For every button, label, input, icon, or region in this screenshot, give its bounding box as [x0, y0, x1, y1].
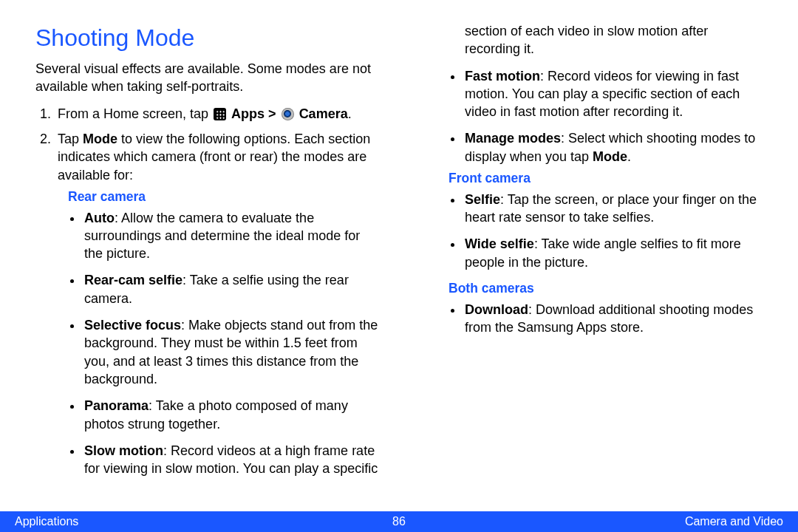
list-item: Selective focus: Make objects stand out …: [83, 316, 382, 388]
both-cameras-heading: Both cameras: [449, 280, 763, 298]
list-item: Download: Download additional shooting m…: [463, 301, 763, 337]
list-item: Wide selfie: Take wide angle selfies to …: [463, 235, 763, 271]
mode-name: Selfie: [465, 192, 500, 207]
list-item: Panorama: Take a photo composed of many …: [83, 397, 382, 433]
list-item: Rear-cam selfie: Take a selfie using the…: [83, 271, 382, 307]
list-item: Auto: Allow the camera to evaluate the s…: [83, 209, 382, 263]
footer-page-number: 86: [0, 514, 798, 530]
list-item: Fast motion: Record videos for viewing i…: [463, 67, 763, 121]
camera-label: Camera: [299, 106, 348, 121]
camera-lens-icon: [282, 108, 294, 120]
intro-paragraph: Several visual effects are available. So…: [35, 60, 382, 96]
step2-prefix: Tap: [58, 132, 83, 146]
front-camera-heading: Front camera: [449, 170, 763, 188]
list-item: Manage modes: Select which shooting mode…: [463, 129, 763, 166]
mode-name: Manage modes: [465, 131, 561, 146]
rear-camera-heading: Rear camera: [68, 188, 382, 206]
list-item: Selfie: Tap the screen, or place your fi…: [463, 191, 763, 227]
front-camera-list: Selfie: Tap the screen, or place your fi…: [438, 191, 763, 271]
mode-name: Fast motion: [465, 69, 540, 83]
page: Shooting Mode Several visual effects are…: [0, 0, 798, 532]
mode-name: Auto: [84, 211, 115, 225]
mode-desc-post: .: [627, 149, 631, 164]
mode-label: Mode: [83, 132, 117, 146]
step1-suffix: .: [348, 106, 352, 121]
step-1: From a Home screen, tap Apps > Camera.: [55, 105, 382, 123]
mode-desc: : Allow the camera to evaluate the surro…: [84, 211, 360, 262]
apps-label: Apps: [231, 106, 265, 121]
page-title: Shooting Mode: [35, 22, 382, 54]
mode-name: Selective focus: [84, 318, 181, 332]
mode-desc: : Tap the screen, or place your finger o…: [465, 192, 757, 225]
content-columns: Shooting Mode Several visual effects are…: [35, 22, 763, 497]
mode-name: Wide selfie: [465, 236, 534, 251]
mode-name: Slow motion: [84, 443, 163, 458]
both-cameras-list: Download: Download additional shooting m…: [438, 301, 763, 337]
mode-name: Rear-cam selfie: [84, 273, 183, 287]
mode-name: Download: [465, 302, 528, 317]
footer-bar: Applications 86 Camera and Video: [0, 511, 798, 532]
step1-sep: >: [265, 106, 280, 121]
mode-desc-bold: Mode: [593, 149, 627, 164]
mode-name: Panorama: [84, 398, 149, 413]
apps-grid-icon: [214, 108, 226, 120]
step1-prefix: From a Home screen, tap: [58, 106, 212, 121]
